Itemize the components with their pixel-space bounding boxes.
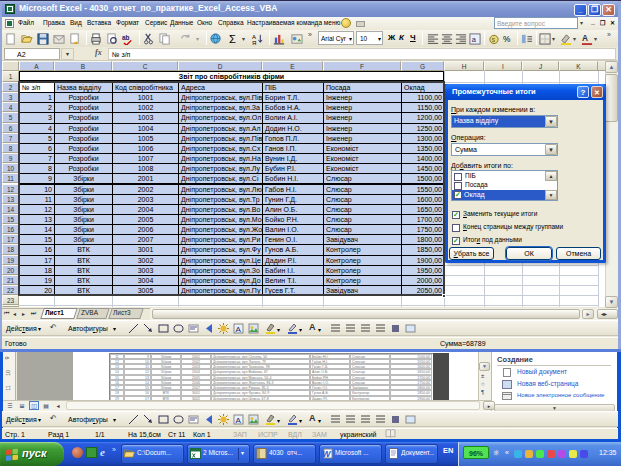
- svg-text:A: A: [236, 416, 242, 425]
- svg-text:Σ: Σ: [229, 33, 236, 45]
- svg-text:ab: ab: [122, 34, 130, 41]
- svg-text:А: А: [252, 34, 256, 40]
- svg-text:s: s: [492, 36, 495, 43]
- svg-text:A: A: [236, 325, 242, 334]
- svg-text:A: A: [582, 33, 588, 43]
- svg-text:%: %: [503, 34, 511, 44]
- svg-text:Я: Я: [252, 40, 256, 45]
